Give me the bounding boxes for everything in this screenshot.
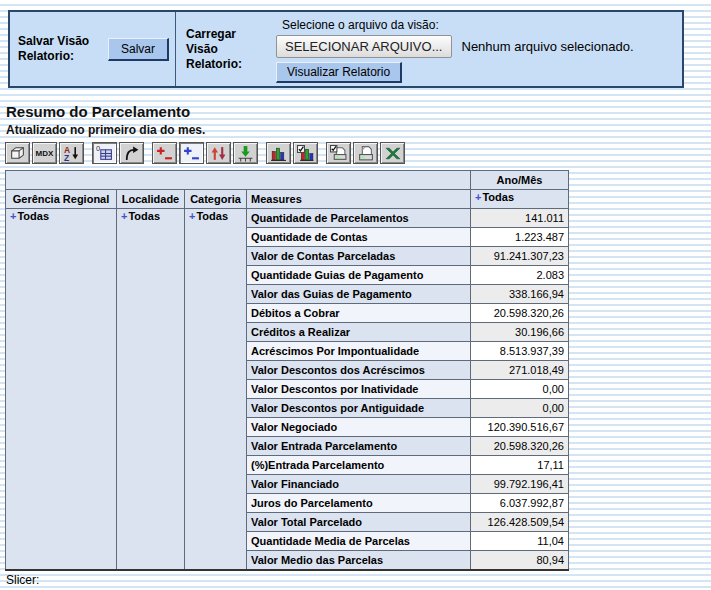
- measure-label: Valor Total Parcelado: [247, 513, 471, 532]
- expand-icon[interactable]: +: [121, 210, 127, 222]
- expand-icon[interactable]: +: [475, 191, 481, 203]
- dimension-member-label: Todas: [17, 210, 49, 222]
- column-member-label: Todas: [482, 191, 514, 203]
- measure-value: 8.513.937,39: [471, 342, 569, 361]
- measure-value: 126.428.509,54: [471, 513, 569, 532]
- dimension-member-cell: +Todas: [117, 209, 185, 570]
- report-view-panel: Salvar Visão Relatorio: Salvar Carregar …: [8, 10, 684, 88]
- load-view-label: Carregar Visão Relatorio:: [186, 27, 264, 72]
- show-chart-icon[interactable]: [266, 142, 291, 164]
- mdx-editor-icon[interactable]: MDX: [32, 142, 57, 164]
- save-view-section: Salvar Visão Relatorio: Salvar: [10, 12, 176, 86]
- measure-value: 11,04: [471, 532, 569, 551]
- drill-position-icon[interactable]: [179, 142, 204, 164]
- page-title: Resumo do Parcelamento: [6, 103, 190, 120]
- measure-label: Acréscimos Por Impontualidade: [247, 342, 471, 361]
- measure-value: 141.011: [471, 209, 569, 228]
- corner-cell: [6, 171, 471, 190]
- measure-label: Valor Negociado: [247, 418, 471, 437]
- page-subtitle: Atualizado no primeiro dia do mes.: [6, 123, 205, 137]
- file-status-text: Nenhum arquivo selecionado.: [462, 39, 634, 54]
- export-excel-icon[interactable]: [380, 142, 405, 164]
- file-prompt-label: Selecione o arquivo da visão:: [282, 18, 634, 32]
- save-button[interactable]: Salvar: [108, 38, 169, 61]
- measure-value: 80,94: [471, 551, 569, 570]
- dimension-member-label: Todas: [196, 210, 228, 222]
- measure-label: Valor Financiado: [247, 475, 471, 494]
- measure-value: 99.792.196,41: [471, 475, 569, 494]
- column-member-cell: +Todas: [471, 190, 569, 209]
- expand-icon[interactable]: +: [10, 210, 16, 222]
- print-config-icon[interactable]: [326, 142, 351, 164]
- olap-navigator-icon[interactable]: [5, 142, 30, 164]
- measure-value: 1.223.487: [471, 228, 569, 247]
- row-header-categoria: Categoria: [185, 190, 247, 209]
- drill-member-icon[interactable]: [152, 142, 177, 164]
- measure-label: Valor Descontos por Antiguidade: [247, 399, 471, 418]
- measure-label: Créditos a Realizar: [247, 323, 471, 342]
- measure-label: Valor Medio das Parcelas: [247, 551, 471, 570]
- dimension-member-cell: +Todas: [6, 209, 117, 570]
- measure-label: Valor Descontos dos Acréscimos: [247, 361, 471, 380]
- measure-value: 271.018,49: [471, 361, 569, 380]
- sort-icon[interactable]: AZ: [59, 142, 84, 164]
- measure-label: Quantidade de Parcelamentos: [247, 209, 471, 228]
- column-axis-header: Ano/Mês: [471, 171, 569, 190]
- pivot-table-body: +Todas+Todas+TodasQuantidade de Parcelam…: [6, 209, 569, 570]
- measure-label: Juros do Parcelamento: [247, 494, 471, 513]
- measure-value: 17,11: [471, 456, 569, 475]
- measure-value: 338.166,94: [471, 285, 569, 304]
- measure-value: 0,00: [471, 380, 569, 399]
- select-file-button[interactable]: SELECIONAR ARQUIVO...: [276, 35, 452, 58]
- row-axis-header-row: Gerência Regional Localidade Categoria M…: [6, 190, 569, 209]
- measure-value: 2.083: [471, 266, 569, 285]
- pivot-toolbar: MDX AZ 0: [5, 142, 407, 164]
- measure-value: 20.598.320,26: [471, 304, 569, 323]
- table-row: +Todas+Todas+TodasQuantidade de Parcelam…: [6, 209, 569, 228]
- drill-through-icon[interactable]: [233, 142, 258, 164]
- svg-text:0: 0: [96, 145, 100, 153]
- measure-label: Quantidade Guias de Pagamento: [247, 266, 471, 285]
- measure-value: 120.390.516,67: [471, 418, 569, 437]
- drill-replace-icon[interactable]: [206, 142, 231, 164]
- column-axis-row: Ano/Mês: [6, 171, 569, 190]
- svg-text:Z: Z: [64, 152, 69, 161]
- row-header-gerencia: Gerência Regional: [6, 190, 117, 209]
- measures-header: Measures: [247, 190, 471, 209]
- show-parents-icon[interactable]: 0: [92, 142, 117, 164]
- chart-config-icon[interactable]: [293, 142, 318, 164]
- dimension-member-label: Todas: [128, 210, 160, 222]
- measure-label: Valor das Guias de Pagamento: [247, 285, 471, 304]
- measure-value: 20.598.320,26: [471, 437, 569, 456]
- save-view-label: Salvar Visão Relatorio:: [18, 34, 96, 64]
- measure-value: 30.196,66: [471, 323, 569, 342]
- measure-label: (%)Entrada Parcelamento: [247, 456, 471, 475]
- slicer-label: Slicer:: [6, 573, 39, 587]
- measure-label: Valor Entrada Parcelamento: [247, 437, 471, 456]
- measure-label: Valor Descontos por Inatividade: [247, 380, 471, 399]
- load-view-section: Carregar Visão Relatorio: Selecione o ar…: [176, 12, 682, 86]
- expand-icon[interactable]: +: [189, 210, 195, 222]
- swap-axes-icon[interactable]: [119, 142, 144, 164]
- measure-label: Quantidade de Contas: [247, 228, 471, 247]
- row-header-localidade: Localidade: [117, 190, 185, 209]
- measure-label: Valor de Contas Parceladas: [247, 247, 471, 266]
- measure-value: 91.241.307,23: [471, 247, 569, 266]
- measure-label: Débitos a Cobrar: [247, 304, 471, 323]
- measure-label: Quantidade Media de Parcelas: [247, 532, 471, 551]
- dimension-member-cell: +Todas: [185, 209, 247, 570]
- measure-value: 0,00: [471, 399, 569, 418]
- pivot-table: Ano/Mês Gerência Regional Localidade Cat…: [5, 170, 569, 571]
- print-icon[interactable]: [353, 142, 378, 164]
- measure-value: 6.037.992,87: [471, 494, 569, 513]
- view-report-button[interactable]: Visualizar Relatorio: [276, 62, 402, 83]
